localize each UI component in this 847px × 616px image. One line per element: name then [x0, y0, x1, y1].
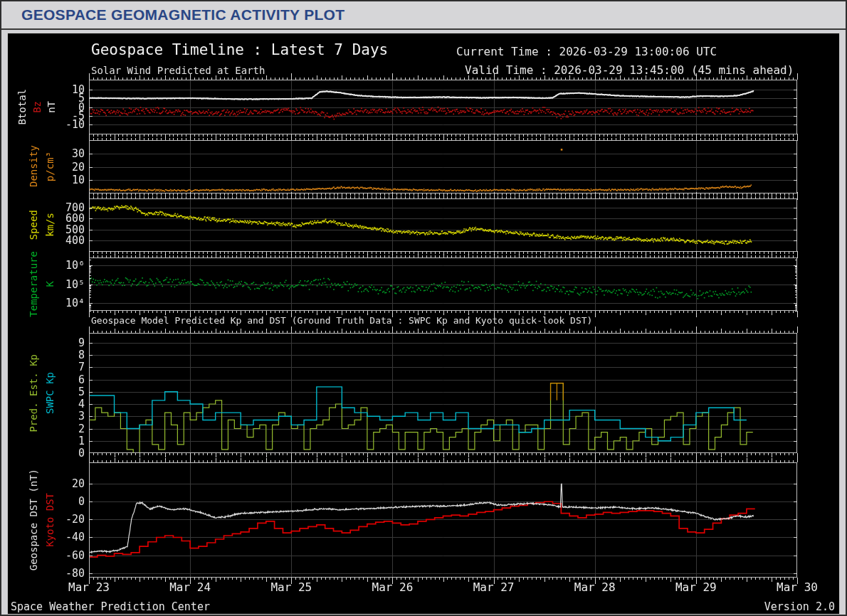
y-tick-label: 2 [38, 423, 85, 435]
y-tick-label: 10 [38, 174, 85, 186]
x-tick-label: Mar 28 [565, 580, 625, 594]
y-tick-label: 400 [38, 234, 85, 247]
y-tick-label: -60 [38, 549, 85, 562]
x-tick-label: Mar 25 [261, 580, 321, 594]
y-tick-label: 3 [38, 410, 85, 423]
y-tick-label: 0 [38, 447, 85, 460]
y-tick-label: 7 [38, 361, 85, 373]
valid-time-label: Valid Time : 2026-03-29 13:45:00 (45 min… [465, 63, 794, 77]
y-tick-label: 4 [38, 398, 85, 410]
x-tick-label: Mar 23 [59, 580, 119, 594]
y-tick-label: 8 [38, 349, 85, 361]
geospace-plot-panel: Geospace Timeline : Latest 7 Days Solar … [7, 33, 840, 615]
current-time-label: Current Time : 2026-03-29 13:00:06 UTC [456, 45, 717, 58]
section2-title: Geospace Model Predicted Kp and DST (Gro… [91, 315, 592, 326]
page-title: GEOSPACE GEOMAGNETIC ACTIVITY PLOT [21, 6, 344, 23]
content-area: Geospace Timeline : Latest 7 Days Solar … [1, 28, 846, 615]
y-tick-label: 1 [38, 435, 85, 447]
y-tick-label: 5 [38, 386, 85, 398]
y-tick-label: 9 [38, 336, 85, 349]
y-tick-label: 20 [38, 161, 85, 174]
y-tick-label: 0 [38, 495, 85, 508]
y-tick-label: 10⁵ [38, 278, 85, 291]
axis-label-btotal: Btotal [16, 89, 28, 125]
x-tick-label: Mar 29 [666, 580, 726, 594]
x-tick-label: Mar 26 [362, 580, 422, 594]
y-tick-label: 10⁴ [38, 297, 85, 309]
y-tick-label: 10⁶ [38, 259, 85, 272]
y-tick-label: 6 [38, 373, 85, 386]
y-tick-label: 20 [38, 477, 85, 490]
y-tick-label: -40 [38, 531, 85, 543]
page-header: GEOSPACE GEOMAGNETIC ACTIVITY PLOT [1, 1, 846, 28]
y-tick-label: 30 [38, 147, 85, 160]
y-tick-label: -20 [38, 513, 85, 526]
y-tick-label: -80 [38, 567, 85, 580]
footer-version: Version 2.0 [764, 600, 835, 613]
x-tick-label: Mar 24 [160, 580, 220, 594]
plot-title: Geospace Timeline : Latest 7 Days [91, 41, 388, 58]
y-tick-label: -10 [38, 118, 85, 131]
x-tick-label: Mar 27 [464, 580, 524, 594]
geospace-activity-page: GEOSPACE GEOMAGNETIC ACTIVITY PLOT Geosp… [0, 0, 847, 616]
footer-credit: Space Weather Prediction Center [11, 600, 210, 613]
plot-subtitle: Solar Wind Predicted at Earth [91, 65, 265, 76]
x-tick-label: Mar 30 [767, 580, 827, 594]
